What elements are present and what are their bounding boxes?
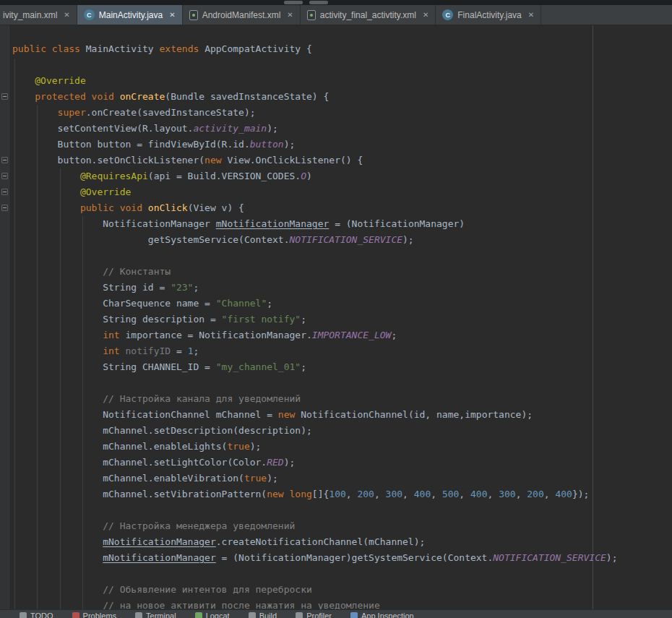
toolwindow-button-label: Problems: [83, 611, 116, 618]
statusbar: TODOProblemsTerminalLogcatBuildProfilerA…: [0, 609, 672, 618]
toolwindow-button-logcat[interactable]: Logcat: [186, 610, 239, 618]
editor-tabbar: ivity_main.xml✕CMainActivity.java✕Androi…: [0, 5, 672, 25]
close-icon[interactable]: ✕: [528, 11, 534, 19]
toolwindow-button-profiler[interactable]: Profiler: [286, 610, 341, 618]
fold-marker-icon[interactable]: [1, 157, 8, 163]
toolwindow-button-label: Logcat: [206, 611, 230, 618]
code-line: mChannel.setVibrationPattern(new long[]{…: [12, 486, 672, 502]
toolwindow-button-problems[interactable]: Problems: [63, 610, 126, 618]
fold-marker-icon[interactable]: [1, 173, 8, 179]
code-line: mNotificationManager = (NotificationMana…: [12, 550, 672, 566]
xml-file-icon: [307, 10, 316, 20]
close-icon[interactable]: ✕: [169, 11, 175, 19]
terminal-icon: [135, 612, 142, 618]
toolbar-fragment: [309, 1, 328, 4]
close-icon[interactable]: ✕: [423, 11, 428, 19]
editor-area: public class MainActivity extends AppCom…: [0, 25, 672, 609]
tab-label: MainActivity.java: [99, 10, 163, 20]
code-area[interactable]: public class MainActivity extends AppCom…: [9, 25, 672, 609]
class-icon: C: [442, 9, 453, 20]
code-line: NotificationChannel mChannel = new Notif…: [12, 407, 672, 423]
code-line: Button button = findViewById(R.id.button…: [12, 137, 672, 153]
tab-label: AndroidManifest.xml: [202, 10, 281, 20]
code-line: mChannel.setLightColor(Color.RED);: [12, 455, 672, 471]
code-line: public void onClick(View v) {: [12, 200, 672, 216]
code-line: mChannel.setDescription(description);: [12, 423, 672, 439]
code-line: [12, 502, 672, 518]
code-line: NotificationManager mNotificationManager…: [12, 216, 672, 232]
problems-icon: [72, 612, 79, 618]
code-line: // Обьявление интентов для переброски: [12, 582, 672, 598]
code-line: // Настройка менеджера уведомлений: [12, 518, 672, 534]
toolwindow-button-label: TODO: [30, 611, 53, 618]
app-inspection-icon: [350, 612, 358, 618]
code-line: protected void onCreate(Bundle savedInst…: [12, 89, 672, 105]
code-line: getSystemService(Context.NOTIFICATION_SE…: [12, 232, 672, 248]
logcat-icon: [195, 612, 202, 618]
fold-marker-icon[interactable]: [1, 93, 8, 100]
code-line: String id = "23";: [12, 280, 672, 296]
code-line: String description = "first notify";: [12, 312, 672, 327]
editor-tab[interactable]: AndroidManifest.xml✕: [183, 5, 301, 25]
code-line: @RequiresApi(api = Build.VERSION_CODES.O…: [12, 168, 672, 184]
editor-tab[interactable]: CFinalActivity.java✕: [436, 5, 541, 25]
code-line: mChannel.enableLights(true);: [12, 439, 672, 455]
code-line: int notifyID = 1;: [12, 343, 672, 359]
editor-gutter: [0, 25, 9, 609]
close-icon[interactable]: ✕: [287, 11, 293, 19]
code-line: public class MainActivity extends AppCom…: [12, 41, 672, 57]
build-icon: [249, 612, 256, 618]
toolwindow-button-label: App Inspection: [361, 611, 414, 618]
code-line: CharSequence name = "Channel";: [12, 296, 672, 312]
editor-tab[interactable]: CMainActivity.java✕: [77, 5, 183, 25]
todo-icon: [20, 612, 27, 618]
code-line: button.setOnClickListener(new View.OnCli…: [12, 153, 672, 168]
tab-label: FinalActivity.java: [457, 10, 521, 20]
code-line: // Константы: [12, 264, 672, 280]
close-icon[interactable]: ✕: [64, 11, 69, 19]
toolwindow-button-terminal[interactable]: Terminal: [126, 610, 186, 618]
toolwindow-button-todo[interactable]: TODO: [10, 610, 63, 618]
toolwindow-button-build[interactable]: Build: [239, 610, 286, 618]
code-line: // Настройка канала для уведомлений: [12, 391, 672, 407]
code-line: [12, 375, 672, 391]
toolwindow-button-label: Profiler: [306, 611, 332, 618]
code-line: [12, 248, 672, 264]
code-line: @Override: [12, 184, 672, 200]
code-line: int importance = NotificationManager.IMP…: [12, 327, 672, 343]
fold-marker-icon[interactable]: [1, 189, 8, 195]
code-line: String CHANNEL_ID = "my_channel_01";: [12, 359, 672, 375]
toolwindow-button-app-inspection[interactable]: App Inspection: [341, 610, 423, 618]
class-icon: C: [84, 9, 95, 20]
code-line: setContentView(R.layout.activity_main);: [12, 121, 672, 137]
toolwindow-button-label: Build: [259, 611, 277, 618]
xml-file-icon: [189, 10, 198, 20]
toolbar-fragment: [284, 1, 303, 4]
code-line: [12, 566, 672, 582]
code-line: mNotificationManager.createNotificationC…: [12, 534, 672, 550]
tab-label: ivity_main.xml: [3, 10, 57, 20]
tab-label: activity_final_activtity.xml: [320, 10, 416, 20]
editor-tab[interactable]: activity_final_activtity.xml✕: [301, 5, 436, 25]
code-line: super.onCreate(savedInstanceState);: [12, 105, 672, 121]
toolwindow-button-label: Terminal: [146, 611, 176, 618]
code-line: [12, 57, 672, 73]
code-line: // на новое активити после нажатия на ув…: [12, 598, 672, 609]
profiler-icon: [296, 612, 303, 618]
code-line: @Override: [12, 73, 672, 89]
fold-marker-icon[interactable]: [1, 205, 8, 211]
android-studio-window: ivity_main.xml✕CMainActivity.java✕Androi…: [0, 0, 672, 618]
toolbar-strip: [0, 0, 672, 5]
editor-tab[interactable]: ivity_main.xml✕: [0, 5, 77, 25]
code-lines: public class MainActivity extends AppCom…: [9, 25, 672, 609]
code-line: mChannel.enableVibration(true);: [12, 471, 672, 486]
